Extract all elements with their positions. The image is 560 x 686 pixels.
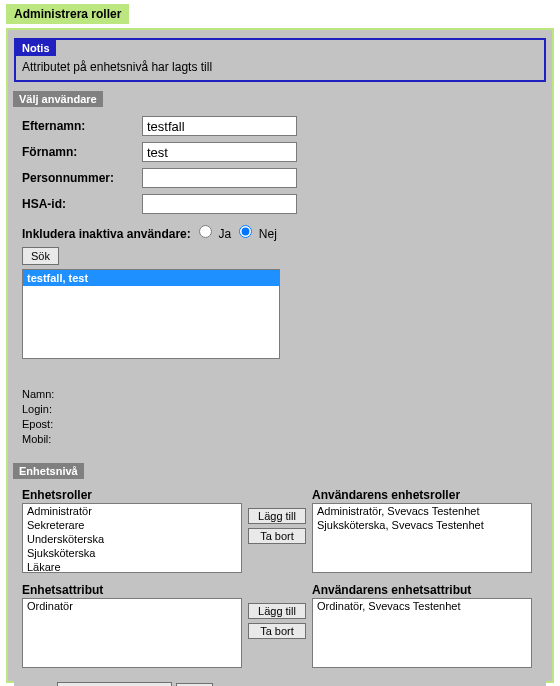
notice-title: Notis (16, 40, 56, 56)
page-title: Administrera roller (6, 4, 129, 24)
info-mobile-label: Mobil: (22, 432, 538, 447)
roles-add-button[interactable]: Lägg till (248, 508, 306, 524)
firstname-label: Förnamn: (22, 145, 142, 159)
list-item[interactable]: testfall, test (23, 270, 279, 286)
list-item[interactable]: Sjuksköterska, Svevacs Testenhet (313, 518, 531, 532)
list-item[interactable]: Ordinatör, Svevacs Testenhet (313, 599, 531, 613)
unit-level-header: Enhetsnivå (13, 463, 84, 479)
notice-body: Attributet på enhetsnivå har lagts till (16, 56, 544, 80)
unit-attrs-left-title: Enhetsattribut (22, 583, 242, 597)
unit-roles-listbox[interactable]: Administratör Sekreterare Undersköterska… (22, 503, 242, 573)
list-item[interactable]: Undersköterska (23, 532, 241, 546)
main-panel: Notis Attributet på enhetsnivå har lagts… (6, 28, 554, 683)
user-unit-attrs-listbox[interactable]: Ordinatör, Svevacs Testenhet (312, 598, 532, 668)
user-search-header: Välj användare (13, 91, 103, 107)
include-inactive-no-radio[interactable] (239, 225, 252, 238)
user-info-block: Namn: Login: Epost: Mobil: (22, 387, 538, 446)
attrs-add-button[interactable]: Lägg till (248, 603, 306, 619)
hsa-label: HSA-id: (22, 197, 142, 211)
unit-attrs-listbox[interactable]: Ordinatör (22, 598, 242, 668)
list-item[interactable]: Läkare (23, 560, 241, 573)
user-unit-attrs-title: Användarens enhetsattribut (312, 583, 532, 597)
yes-label: Ja (218, 227, 231, 241)
user-unit-roles-title: Användarens enhetsroller (312, 488, 532, 502)
unit-select[interactable]: Svevacs Testenhet (57, 682, 172, 686)
notice-box: Notis Attributet på enhetsnivå har lagts… (14, 38, 546, 82)
list-item[interactable]: Sekreterare (23, 518, 241, 532)
user-results-listbox[interactable]: testfall, test (22, 269, 280, 359)
list-item[interactable]: Sjuksköterska (23, 546, 241, 560)
hsa-input[interactable] (142, 194, 297, 214)
unit-roles-left-title: Enhetsroller (22, 488, 242, 502)
include-inactive-label: Inkludera inaktiva användare: (22, 227, 191, 241)
include-inactive-yes-radio[interactable] (199, 225, 212, 238)
info-email-label: Epost: (22, 417, 538, 432)
user-unit-roles-listbox[interactable]: Administratör, Svevacs Testenhet Sjukskö… (312, 503, 532, 573)
info-login-label: Login: (22, 402, 538, 417)
personnr-input[interactable] (142, 168, 297, 188)
lastname-input[interactable] (142, 116, 297, 136)
personnr-label: Personnummer: (22, 171, 142, 185)
info-name-label: Namn: (22, 387, 538, 402)
unit-level-section: Enhetsnivå Enhetsroller Administratör Se… (14, 464, 546, 686)
attrs-remove-button[interactable]: Ta bort (248, 623, 306, 639)
roles-remove-button[interactable]: Ta bort (248, 528, 306, 544)
user-search-button[interactable]: Sök (22, 247, 59, 265)
list-item[interactable]: Administratör (23, 504, 241, 518)
list-item[interactable]: Administratör, Svevacs Testenhet (313, 504, 531, 518)
user-search-section: Välj användare Efternamn: Förnamn: Perso… (14, 92, 546, 456)
lastname-label: Efternamn: (22, 119, 142, 133)
list-item[interactable]: Ordinatör (23, 599, 241, 613)
firstname-input[interactable] (142, 142, 297, 162)
no-label: Nej (259, 227, 277, 241)
